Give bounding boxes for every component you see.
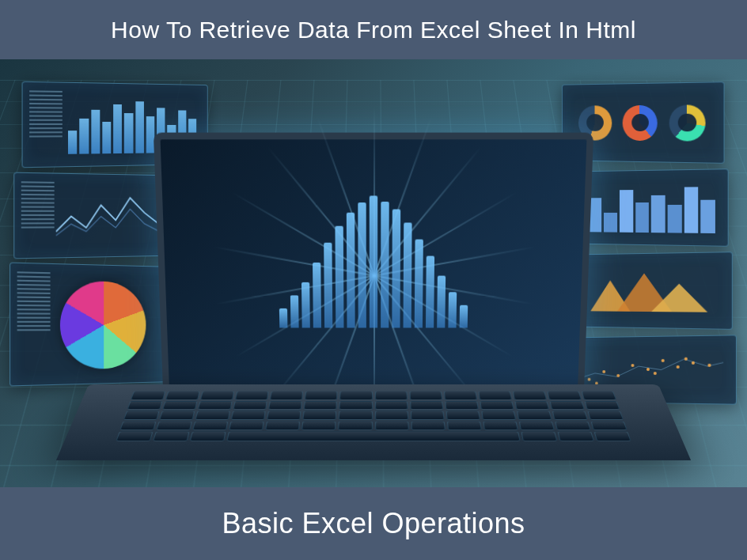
laptop-keyboard-base bbox=[56, 384, 691, 460]
footer-title: Basic Excel Operations bbox=[222, 507, 525, 540]
panel-data-list bbox=[17, 271, 51, 376]
laptop-screen bbox=[154, 133, 593, 412]
hero-illustration bbox=[0, 59, 747, 487]
keyboard bbox=[116, 392, 631, 441]
donut-charts bbox=[574, 95, 711, 150]
mini-bar-chart bbox=[574, 182, 715, 233]
donut-chart-icon bbox=[669, 104, 705, 141]
panel-data-list bbox=[21, 181, 55, 249]
header-banner: How To Retrieve Data From Excel Sheet In… bbox=[0, 0, 747, 59]
header-title: How To Retrieve Data From Excel Sheet In… bbox=[111, 17, 636, 44]
laptop-illustration bbox=[89, 384, 658, 487]
donut-chart-icon bbox=[623, 104, 658, 140]
panel-data-list bbox=[29, 90, 63, 158]
pie-chart bbox=[60, 281, 146, 370]
footer-banner: Basic Excel Operations bbox=[0, 487, 747, 560]
center-histogram bbox=[278, 196, 470, 328]
area-chart bbox=[578, 269, 715, 312]
